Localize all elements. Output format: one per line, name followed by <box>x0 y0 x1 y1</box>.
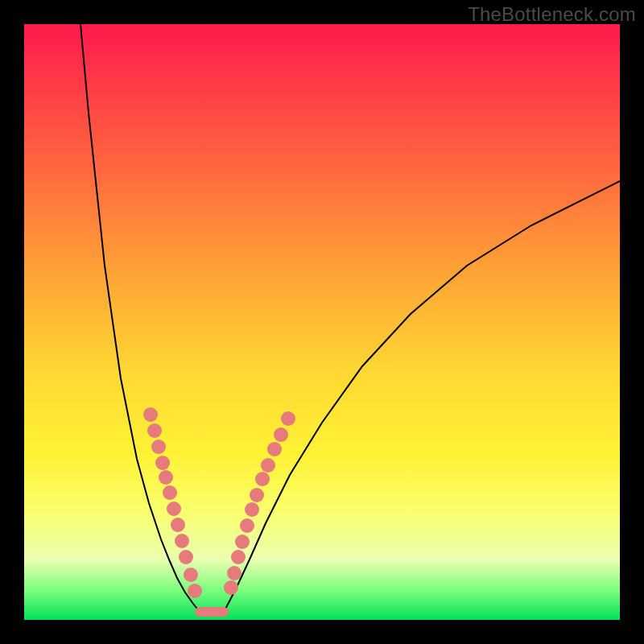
curve-layer <box>24 24 620 620</box>
data-dot <box>184 568 198 582</box>
data-dot <box>227 566 242 580</box>
data-dot <box>163 485 177 500</box>
plot-area <box>24 24 620 620</box>
watermark-text: TheBottleneck.com <box>468 3 636 26</box>
data-dot <box>159 470 173 485</box>
data-dot <box>167 502 181 516</box>
chart-frame: TheBottleneck.com <box>0 0 644 644</box>
data-dot <box>171 518 185 532</box>
data-dot <box>151 440 166 454</box>
data-dot <box>235 535 250 549</box>
data-dot <box>250 488 264 502</box>
data-dot <box>274 427 288 442</box>
data-dot <box>261 458 275 473</box>
data-dot <box>175 534 189 548</box>
data-dot <box>179 550 193 564</box>
data-dot <box>255 472 270 486</box>
data-dot <box>224 580 238 595</box>
data-dot <box>240 518 254 533</box>
data-dot <box>147 423 162 438</box>
data-dot <box>155 456 170 470</box>
curve-right-arm <box>224 181 620 612</box>
dots-right-group <box>224 411 295 595</box>
data-dot <box>188 584 202 598</box>
data-dot <box>281 411 295 426</box>
data-dot <box>267 442 282 456</box>
data-dot <box>231 550 246 564</box>
data-dot <box>245 502 259 517</box>
data-dot <box>143 407 158 422</box>
